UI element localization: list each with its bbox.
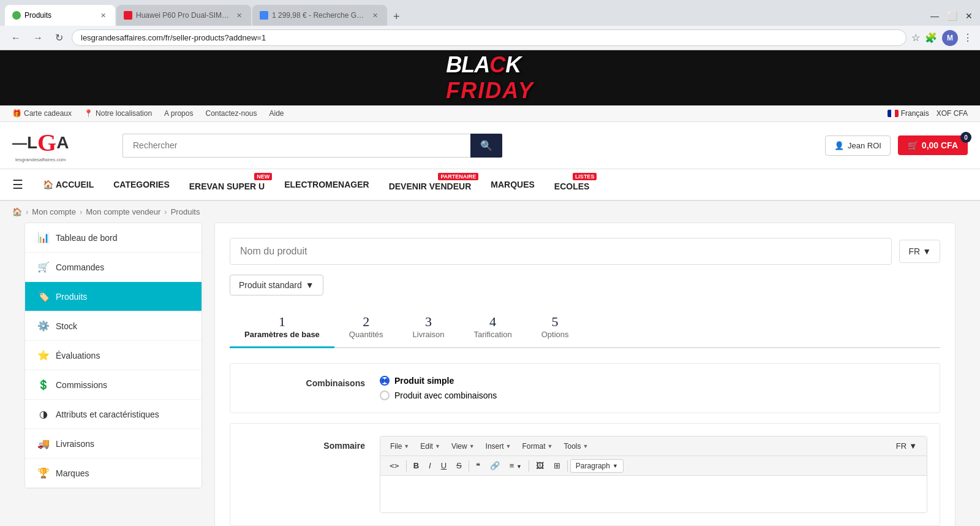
toolbar-code-button[interactable]: <> (385, 459, 404, 473)
address-bar: ← → ↻ ☆ 🧩 M ⋮ (0, 26, 980, 50)
browser-tab-1[interactable]: Produits ✕ (5, 5, 115, 26)
carte-label: Carte cadeaux (24, 109, 72, 118)
tab-livraison[interactable]: 3 Livraison (398, 308, 459, 348)
tab3-label: Livraison (413, 330, 445, 339)
tab2-favicon (124, 11, 132, 20)
editor-menu-tools[interactable]: Tools ▼ (559, 440, 593, 453)
nav-ecoles[interactable]: LISTES ECOLES (545, 169, 600, 200)
toolbar-embed-button[interactable]: ⊞ (549, 459, 565, 473)
sidebar-item-tableau[interactable]: 📊 Tableau de bord (25, 223, 202, 253)
search-button[interactable]: 🔍 (470, 134, 502, 158)
language-selector[interactable]: Français (888, 109, 929, 118)
editor-lang-selector[interactable]: FR ▼ (891, 439, 922, 453)
product-type-label: Produit standard (239, 280, 302, 290)
profile-avatar[interactable]: M (942, 30, 958, 46)
toolbar-align-button[interactable]: ≡ ▼ (505, 459, 526, 473)
toolbar-underline-button[interactable]: U (437, 459, 451, 473)
url-input[interactable] (72, 29, 907, 46)
browser-tab-2[interactable]: Huawei P60 Pro Dual-SIM 512 € ✕ (116, 5, 251, 26)
nav-contact[interactable]: Contactez-nous (205, 109, 257, 118)
tab1-close[interactable]: ✕ (99, 11, 108, 20)
toolbar-bold-button[interactable]: B (409, 459, 423, 473)
product-type-selector[interactable]: Produit standard ▼ (230, 275, 323, 295)
maximize-button[interactable]: ⬜ (946, 10, 958, 22)
bookmark-icon[interactable]: ☆ (911, 32, 920, 44)
new-tab-button[interactable]: + (388, 8, 405, 26)
menu-icon[interactable]: ⋮ (963, 32, 973, 44)
extensions-icon[interactable]: 🧩 (925, 32, 937, 44)
product-name-input[interactable] (230, 238, 892, 265)
sidebar-item-commissions[interactable]: 💲 Commissions (25, 370, 202, 400)
toolbar-divider-1 (406, 460, 407, 471)
breadcrumb-mon-compte-vendeur[interactable]: Mon compte vendeur (86, 207, 160, 216)
address-icons: ☆ 🧩 M ⋮ (911, 30, 973, 46)
new-badge: NEW (254, 173, 272, 180)
sidebar-label-livraisons: Livraisons (56, 439, 94, 449)
nav-localisation[interactable]: 📍 Notre localisation (84, 109, 152, 118)
sidebar-item-evaluations[interactable]: ⭐ Évaluations (25, 341, 202, 370)
tab-quantites[interactable]: 2 Quantités (334, 308, 398, 348)
tab2-label: Quantités (349, 330, 383, 339)
tools-arrow: ▼ (582, 443, 588, 449)
nav-erevan[interactable]: NEW EREVAN SUPER U (179, 169, 274, 200)
sidebar-item-produits[interactable]: 🏷️ Produits (25, 282, 202, 311)
toolbar-strikethrough-button[interactable]: S (452, 459, 466, 473)
tabs-row: 1 Paramètres de base 2 Quantités 3 Livra… (230, 308, 940, 348)
top-nav-right: Français XOF CFA (888, 109, 968, 118)
site-logo: — L G A lesgrandesaffaires.com (12, 128, 69, 162)
editor-menu-edit[interactable]: Edit ▼ (415, 440, 445, 453)
cart-button[interactable]: 0 🛒 0,00 CFA (898, 135, 968, 155)
browser-tab-3[interactable]: 1 299,98 € - Recherche Google ✕ (252, 5, 387, 26)
paragraph-style-select[interactable]: Paragraph ▼ (570, 459, 624, 473)
editor-body[interactable] (380, 476, 927, 513)
forward-button[interactable]: → (29, 31, 47, 45)
product-name-lang-selector[interactable]: FR ▼ (899, 240, 940, 263)
radio-produit-combinaisons[interactable]: Produit avec combinaisons (380, 391, 927, 400)
sidebar-label-attributs: Attributs et caractéristiques (56, 410, 159, 419)
back-button[interactable]: ← (7, 31, 24, 45)
editor-menu-format[interactable]: Format ▼ (518, 440, 558, 453)
nav-devenir-vendeur[interactable]: PARTENAIRE DEVENIR VENDEUR (379, 169, 481, 200)
reload-button[interactable]: ↻ (51, 31, 67, 45)
radio-produit-simple[interactable]: Produit simple (380, 376, 927, 386)
breadcrumb-home[interactable]: 🏠 (12, 207, 22, 216)
fr-flag (888, 110, 899, 117)
toolbar-italic-button[interactable]: I (424, 459, 435, 473)
nav-electromenager[interactable]: ELECTROMENAGER (274, 171, 379, 198)
sidebar-item-livraisons[interactable]: 🚚 Livraisons (25, 429, 202, 459)
search-input[interactable] (123, 134, 470, 158)
radio-combinaisons-circle (380, 391, 390, 400)
hamburger-menu[interactable]: ☰ (12, 170, 33, 199)
home-icon: 🏠 (43, 180, 53, 189)
nav-aide[interactable]: Aide (270, 109, 284, 118)
tab2-close[interactable]: ✕ (235, 11, 244, 20)
nav-accueil[interactable]: 🏠 ACCUEIL (33, 171, 104, 198)
toolbar-blockquote-button[interactable]: ❝ (472, 459, 484, 473)
user-account-button[interactable]: 👤 Jean ROI (825, 135, 891, 156)
user-name: Jean ROI (848, 141, 881, 150)
tab3-close[interactable]: ✕ (371, 11, 380, 20)
editor-menu-insert[interactable]: Insert ▼ (481, 440, 516, 453)
sidebar-item-stock[interactable]: ⚙️ Stock (25, 311, 202, 341)
sidebar-item-commandes[interactable]: 🛒 Commandes (25, 253, 202, 282)
breadcrumb-mon-compte[interactable]: Mon compte (32, 207, 76, 216)
toolbar-image-button[interactable]: 🖼 (532, 459, 548, 473)
tab-options[interactable]: 5 Options (527, 308, 584, 348)
format-arrow: ▼ (548, 443, 553, 449)
editor-menu-view[interactable]: View ▼ (447, 440, 480, 453)
lists-badge: LISTES (573, 173, 597, 180)
editor-menu-file[interactable]: File ▼ (385, 440, 414, 453)
tab-tarification[interactable]: 4 Tarification (459, 308, 527, 348)
logo-area[interactable]: — L G A lesgrandesaffaires.com (12, 128, 110, 162)
nav-marques[interactable]: MARQUES (481, 171, 545, 198)
toolbar-link-button[interactable]: 🔗 (486, 459, 504, 473)
minimize-button[interactable]: — (929, 10, 941, 22)
nav-apropos[interactable]: A propos (164, 109, 193, 118)
nav-carte-cadeaux[interactable]: 🎁 Carte cadeaux (12, 109, 72, 118)
nav-categories[interactable]: CATEGORIES (104, 171, 179, 198)
close-button[interactable]: ✕ (963, 10, 975, 22)
sidebar-item-attributs[interactable]: ◑ Attributs et caractéristiques (25, 400, 202, 429)
tab-parametres-de-base[interactable]: 1 Paramètres de base (230, 308, 334, 348)
sidebar-item-marques[interactable]: 🏆 Marques (25, 459, 202, 488)
paragraph-arrow: ▼ (612, 463, 618, 469)
